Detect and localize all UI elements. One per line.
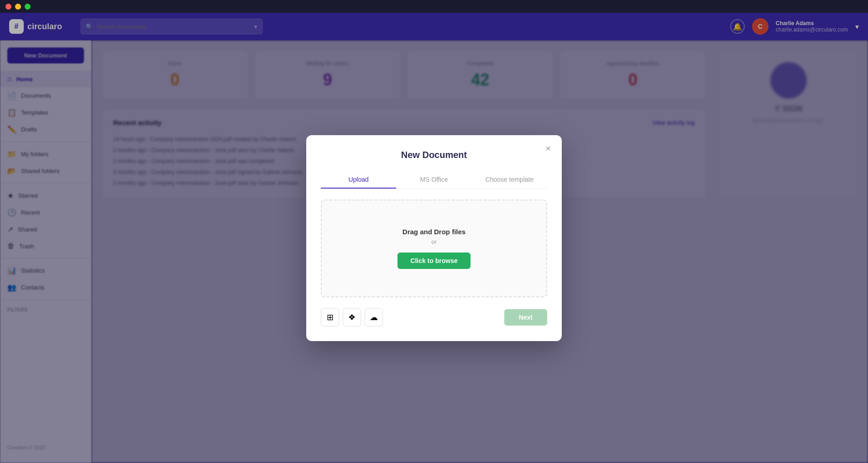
modal-title: New Document [321,150,547,160]
tab-choose-template[interactable]: Choose template [472,171,547,189]
dropzone-or-label: or [331,238,537,245]
modal-overlay: × New Document Upload MS Office Choose t… [0,13,868,463]
modal-header: New Document [321,150,547,160]
dropzone[interactable]: Drag and Drop files or Click to browse [321,200,547,297]
close-btn[interactable] [5,4,11,10]
browse-button[interactable]: Click to browse [397,253,470,269]
modal-close-button[interactable]: × [542,142,554,155]
titlebar [0,0,868,13]
maximize-btn[interactable] [25,4,31,10]
minimize-btn[interactable] [15,4,21,10]
tab-upload[interactable]: Upload [321,171,396,189]
dropbox-icon[interactable]: ❖ [343,308,361,326]
storage-icons: ⊞ ❖ ☁ [321,308,383,326]
new-document-modal: × New Document Upload MS Office Choose t… [306,135,562,341]
modal-footer: ⊞ ❖ ☁ Next [321,308,547,326]
grid-icon[interactable]: ⊞ [321,308,339,326]
tab-ms-office[interactable]: MS Office [396,171,471,189]
modal-tabs: Upload MS Office Choose template [321,171,547,189]
dropzone-title: Drag and Drop files [331,228,537,236]
cloud-icon[interactable]: ☁ [365,308,383,326]
next-button[interactable]: Next [504,309,547,326]
